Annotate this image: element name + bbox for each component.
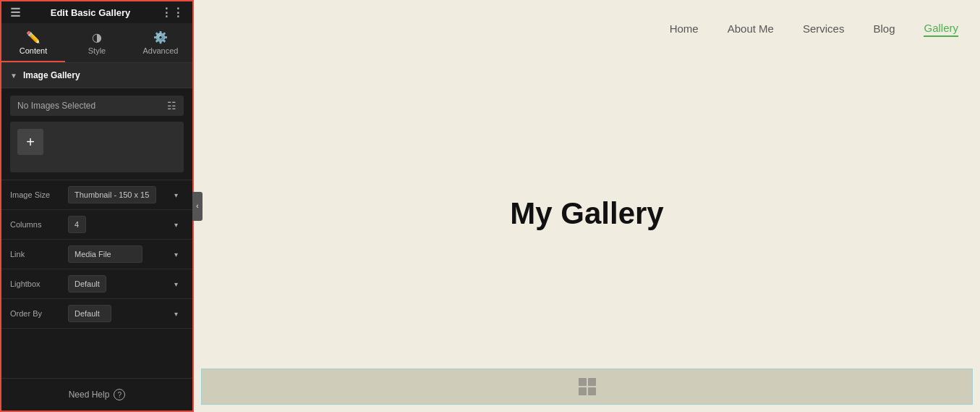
panel-content: ▼ Image Gallery No Images Selected ☷ + I… — [1, 63, 192, 378]
image-gallery-box: No Images Selected ☷ + — [1, 88, 192, 180]
nav-bar: Home About Me Services Blog Gallery — [194, 0, 980, 58]
lightbox-row: Lightbox Default Yes No — [1, 269, 192, 299]
tab-advanced[interactable]: ⚙️ Advanced — [129, 23, 192, 62]
bottom-placeholder-bar — [201, 369, 973, 405]
order-by-select-wrapper: Default Date Title Random — [68, 305, 184, 322]
grid-placeholder-icon — [579, 378, 596, 395]
collapse-panel-button[interactable]: ‹ — [192, 192, 203, 221]
tabs-row: ✏️ Content ◑ Style ⚙️ Advanced — [1, 23, 192, 63]
link-select[interactable]: Media File Attachment Page None — [68, 245, 142, 263]
columns-row: Columns 1 2 3 4 5 6 — [1, 210, 192, 240]
link-row: Link Media File Attachment Page None — [1, 240, 192, 269]
help-icon[interactable]: ? — [114, 389, 125, 400]
nav-item-home[interactable]: Home — [670, 22, 699, 36]
nav-item-gallery[interactable]: Gallery — [924, 22, 958, 37]
lightbox-label: Lightbox — [10, 279, 68, 288]
gallery-content: My Gallery — [194, 58, 980, 369]
need-help-label: Need Help — [69, 390, 110, 400]
order-by-row: Order By Default Date Title Random — [1, 299, 192, 329]
add-images-area: + — [10, 122, 184, 172]
tab-style[interactable]: ◑ Style — [65, 23, 129, 62]
gallery-view-icon-button[interactable]: ☷ — [167, 100, 176, 112]
gallery-title: My Gallery — [510, 196, 663, 231]
columns-label: Columns — [10, 220, 68, 229]
main-content: Home About Me Services Blog Gallery My G… — [194, 0, 980, 412]
lightbox-select-wrapper: Default Yes No — [68, 275, 184, 293]
plus-icon: + — [26, 134, 35, 151]
editor-title: Edit Basic Gallery — [51, 7, 131, 18]
no-images-text: No Images Selected — [17, 101, 95, 111]
nav-item-services[interactable]: Services — [803, 22, 845, 36]
tab-content-label: Content — [20, 46, 48, 55]
collapse-arrow-icon: ▼ — [10, 72, 17, 80]
nav-item-blog[interactable]: Blog — [873, 22, 895, 36]
sidebar: ☰ Edit Basic Gallery ⋮⋮ ✏️ Content ◑ Sty… — [0, 0, 194, 412]
link-select-wrapper: Media File Attachment Page None — [68, 245, 184, 263]
top-bar: ☰ Edit Basic Gallery ⋮⋮ — [1, 1, 192, 23]
image-size-select[interactable]: Thumbnail - 150 x 15 Medium Large Full — [68, 186, 156, 203]
columns-select[interactable]: 1 2 3 4 5 6 — [68, 216, 86, 233]
section-title: Image Gallery — [23, 70, 80, 80]
tab-content[interactable]: ✏️ Content — [1, 23, 65, 62]
order-by-label: Order By — [10, 309, 68, 318]
image-size-select-wrapper: Thumbnail - 150 x 15 Medium Large Full — [68, 186, 184, 203]
columns-select-wrapper: 1 2 3 4 5 6 — [68, 216, 184, 233]
image-size-row: Image Size Thumbnail - 150 x 15 Medium L… — [1, 180, 192, 210]
grid-menu-icon[interactable]: ⋮⋮ — [161, 6, 184, 20]
no-images-row: No Images Selected ☷ — [10, 96, 184, 116]
content-icon: ✏️ — [26, 30, 41, 44]
tab-advanced-label: Advanced — [143, 46, 179, 55]
hamburger-icon[interactable]: ☰ — [10, 6, 20, 20]
link-label: Link — [10, 250, 68, 258]
tab-style-label: Style — [88, 46, 106, 55]
image-gallery-section[interactable]: ▼ Image Gallery — [1, 63, 192, 88]
need-help[interactable]: Need Help ? — [10, 389, 184, 400]
nav-item-about-me[interactable]: About Me — [728, 22, 774, 36]
add-images-button[interactable]: + — [17, 129, 43, 155]
order-by-select[interactable]: Default Date Title Random — [68, 305, 111, 322]
lightbox-select[interactable]: Default Yes No — [68, 275, 106, 293]
advanced-icon: ⚙️ — [153, 30, 168, 44]
style-icon: ◑ — [92, 30, 102, 44]
sidebar-bottom: Need Help ? — [1, 378, 192, 411]
image-size-label: Image Size — [10, 190, 68, 199]
